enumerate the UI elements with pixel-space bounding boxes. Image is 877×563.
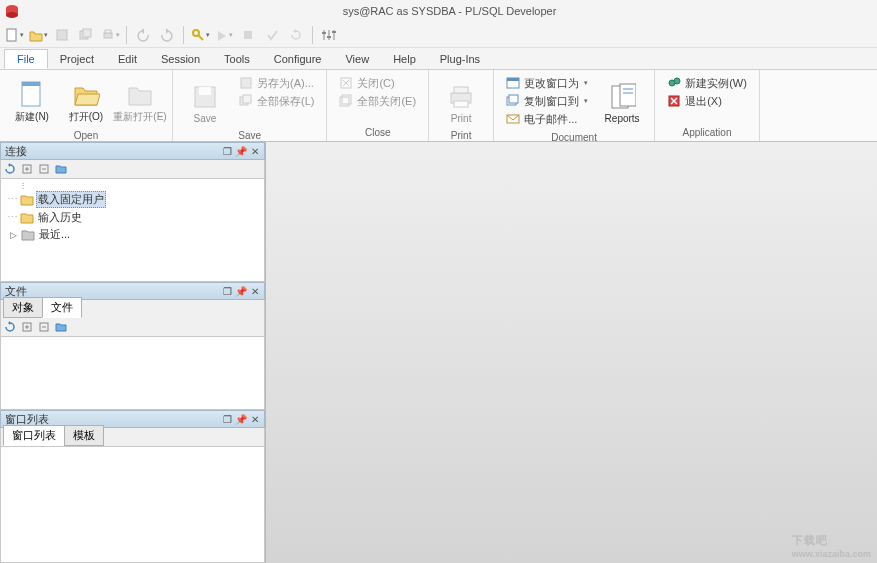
tree-item[interactable]: ⋯ 输入历史 <box>3 209 262 226</box>
panel-restore-icon[interactable]: ❐ <box>220 284 234 298</box>
refresh-icon[interactable] <box>3 162 17 176</box>
svg-rect-6 <box>83 29 91 37</box>
chevron-down-icon: ▾ <box>584 97 588 105</box>
tab-windowlist[interactable]: 窗口列表 <box>3 425 65 446</box>
closeall-button[interactable]: 全部关闭(E) <box>333 92 422 110</box>
folder-icon[interactable] <box>54 162 68 176</box>
tree-label: 载入固定用户 <box>36 191 106 208</box>
rollback-icon[interactable] <box>286 25 306 45</box>
panel-pin-icon[interactable]: 📌 <box>234 412 248 426</box>
tree-label: 输入历史 <box>36 210 84 225</box>
tab-objects[interactable]: 对象 <box>3 297 43 318</box>
svg-rect-28 <box>340 97 349 106</box>
newinstance-icon <box>667 76 681 90</box>
collapse-icon[interactable] <box>37 320 51 334</box>
print-icon[interactable]: ▾ <box>100 25 120 45</box>
close-button[interactable]: 关闭(C) <box>333 74 422 92</box>
watermark-sub: www.xiazaiba.com <box>792 549 871 559</box>
panel-pin-icon[interactable]: 📌 <box>234 284 248 298</box>
newinstance-button[interactable]: 新建实例(W) <box>661 74 753 92</box>
svg-line-10 <box>198 35 203 40</box>
open-folder-icon[interactable]: ▾ <box>28 25 48 45</box>
close-label: 关闭(C) <box>357 76 394 91</box>
saveas-button[interactable]: 另存为(A)... <box>233 74 320 92</box>
exit-label: 退出(X) <box>685 94 722 109</box>
ribbon-group-document: 更改窗口为 ▾ 复制窗口到 ▾ 电子邮件... Reports Document <box>494 70 655 141</box>
changewin-button[interactable]: 更改窗口为 ▾ <box>500 74 594 92</box>
print-button[interactable]: Print <box>435 72 487 126</box>
svg-rect-34 <box>507 78 519 81</box>
save-label: Save <box>194 113 217 124</box>
reopen-button[interactable]: 重新打开(E) <box>114 72 166 126</box>
new-doc-icon[interactable]: ▾ <box>4 25 24 45</box>
close-icon <box>339 76 353 90</box>
saveall-button[interactable]: 全部保存(L) <box>233 92 320 110</box>
svg-rect-8 <box>105 30 111 33</box>
menu-edit[interactable]: Edit <box>106 50 149 68</box>
svg-rect-32 <box>454 101 468 107</box>
windowlist-tabs: 窗口列表 模板 <box>0 428 265 446</box>
watermark-main: 下载吧 <box>792 534 828 546</box>
side-panel: 连接 ❐ 📌 ✕ ⋮ ⋯ 载入固定用户 ⋯ 输入历史 <box>0 142 266 563</box>
folder-icon[interactable] <box>54 320 68 334</box>
save-all-icon[interactable] <box>76 25 96 45</box>
new-button[interactable]: 新建(N) <box>6 72 58 126</box>
menu-file[interactable]: File <box>4 49 48 69</box>
tab-files[interactable]: 文件 <box>42 297 82 318</box>
panel-pin-icon[interactable]: 📌 <box>234 144 248 158</box>
quick-access-toolbar: ▾ ▾ ▾ ▾ ▾ <box>0 22 877 48</box>
panel-restore-icon[interactable]: ❐ <box>220 412 234 426</box>
menu-help[interactable]: Help <box>381 50 428 68</box>
key-icon[interactable]: ▾ <box>190 25 210 45</box>
tree-item[interactable]: ⋯ 载入固定用户 <box>3 190 262 209</box>
svg-rect-15 <box>322 32 326 34</box>
menu-session[interactable]: Session <box>149 50 212 68</box>
changewin-label: 更改窗口为 <box>524 76 579 91</box>
menu-plugins[interactable]: Plug-Ins <box>428 50 492 68</box>
expand-toggle-icon[interactable]: ▷ <box>7 229 19 241</box>
panel-close-icon[interactable]: ✕ <box>248 144 262 158</box>
save-button[interactable]: Save <box>179 72 231 126</box>
email-button[interactable]: 电子邮件... <box>500 110 594 128</box>
execute-icon[interactable]: ▾ <box>214 25 234 45</box>
collapse-icon[interactable] <box>37 162 51 176</box>
preferences-icon[interactable] <box>319 25 339 45</box>
svg-rect-24 <box>243 95 251 103</box>
reports-button[interactable]: Reports <box>596 72 648 126</box>
tab-templates[interactable]: 模板 <box>64 425 104 446</box>
open-button[interactable]: 打开(O) <box>60 72 112 126</box>
ribbon: 新建(N) 打开(O) 重新打开(E) Open Save 另存为(A)... <box>0 70 877 142</box>
expand-icon[interactable] <box>20 162 34 176</box>
workspace: 下载吧 www.xiazaiba.com <box>266 142 877 563</box>
svg-rect-3 <box>7 29 16 41</box>
panel-close-icon[interactable]: ✕ <box>248 412 262 426</box>
expand-icon[interactable] <box>20 320 34 334</box>
menu-project[interactable]: Project <box>48 50 106 68</box>
menu-view[interactable]: View <box>333 50 381 68</box>
undo-icon[interactable] <box>133 25 153 45</box>
connections-title-text: 连接 <box>3 144 220 159</box>
menu-tools[interactable]: Tools <box>212 50 262 68</box>
exit-button[interactable]: 退出(X) <box>661 92 753 110</box>
tree-item[interactable]: ▷ 最近... <box>3 226 262 243</box>
menu-configure[interactable]: Configure <box>262 50 334 68</box>
commit-icon[interactable] <box>262 25 282 45</box>
tree-line: ⋯ <box>7 193 18 206</box>
windowlist-body[interactable] <box>0 446 265 563</box>
email-icon <box>506 112 520 126</box>
tree-line: ⋮ <box>3 181 262 190</box>
open-label: 打开(O) <box>69 110 103 124</box>
connections-tree[interactable]: ⋮ ⋯ 载入固定用户 ⋯ 输入历史 ▷ 最近... <box>0 178 265 282</box>
redo-icon[interactable] <box>157 25 177 45</box>
copywin-button[interactable]: 复制窗口到 ▾ <box>500 92 594 110</box>
panel-restore-icon[interactable]: ❐ <box>220 144 234 158</box>
save-icon[interactable] <box>52 25 72 45</box>
stop-icon[interactable] <box>238 25 258 45</box>
files-toolbar <box>0 318 265 336</box>
panel-close-icon[interactable]: ✕ <box>248 284 262 298</box>
svg-rect-16 <box>327 36 331 38</box>
tree-label: 最近... <box>37 227 72 242</box>
ribbon-group-application: 新建实例(W) 退出(X) Application <box>655 70 760 141</box>
refresh-icon[interactable] <box>3 320 17 334</box>
files-body[interactable] <box>0 336 265 410</box>
